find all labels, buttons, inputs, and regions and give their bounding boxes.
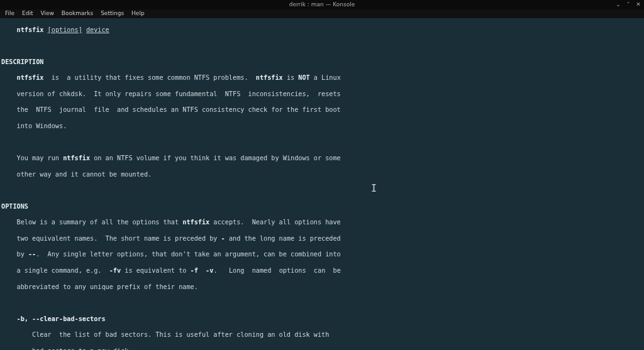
desc-l6: other way and it cannot be mounted. — [1, 171, 644, 179]
desc-l3: the NTFS journal file and schedules an N… — [1, 106, 644, 114]
synopsis-device: device — [86, 26, 109, 33]
menu-file[interactable]: File — [5, 10, 14, 17]
window-titlebar: derrik : man — Konsole ⌄ ˄ ✕ — [0, 0, 644, 9]
terminal-output[interactable]: ntfsfix [options] device DESCRIPTION ntf… — [0, 18, 644, 350]
opt-b-l1: Clear the list of bad sectors. This is u… — [1, 331, 644, 339]
menu-edit[interactable]: Edit — [22, 10, 33, 17]
synopsis-cmd: ntfsfix — [17, 26, 44, 33]
opts-intro2: two equivalent names. The short name is … — [1, 235, 644, 243]
menu-view[interactable]: View — [41, 10, 54, 17]
desc-l1: ntfsfix is a utility that fixes some com… — [1, 74, 644, 82]
opts-intro5: abbreviated to any unique prefix of thei… — [1, 283, 644, 292]
desc-l4: into Windows. — [1, 123, 644, 131]
desc-l5: You may run ntfsfix on an NTFS volume if… — [1, 155, 644, 163]
opt-b-name: -b, --clear-bad-sectors — [1, 315, 644, 324]
close-icon[interactable]: ✕ — [635, 2, 641, 8]
maximize-icon[interactable]: ˄ — [625, 2, 631, 8]
opt-b-l2: bad sectors to a new disk. — [1, 347, 644, 350]
minimize-icon[interactable]: ⌄ — [615, 2, 621, 8]
menubar: File Edit View Bookmarks Settings Help — [0, 9, 644, 18]
menu-help[interactable]: Help — [131, 10, 145, 17]
window-controls: ⌄ ˄ ✕ — [615, 0, 641, 9]
section-description: DESCRIPTION — [1, 58, 644, 67]
opts-intro1: Below is a summary of all the options th… — [1, 219, 644, 227]
menu-settings[interactable]: Settings — [101, 10, 124, 17]
synopsis-line: ntfsfix [options] device — [1, 26, 644, 35]
synopsis-options: [options] — [48, 26, 82, 33]
opts-intro4: a single command, e.g. -fv is equivalent… — [1, 267, 644, 275]
menu-bookmarks[interactable]: Bookmarks — [62, 10, 93, 17]
opts-intro3: by --. Any single letter options, that d… — [1, 251, 644, 259]
text-cursor-icon: I — [371, 183, 377, 195]
desc-l2: version of chkdsk. It only repairs some … — [1, 90, 644, 99]
window-title: derrik : man — Konsole — [289, 1, 355, 8]
section-options: OPTIONS — [1, 203, 644, 211]
